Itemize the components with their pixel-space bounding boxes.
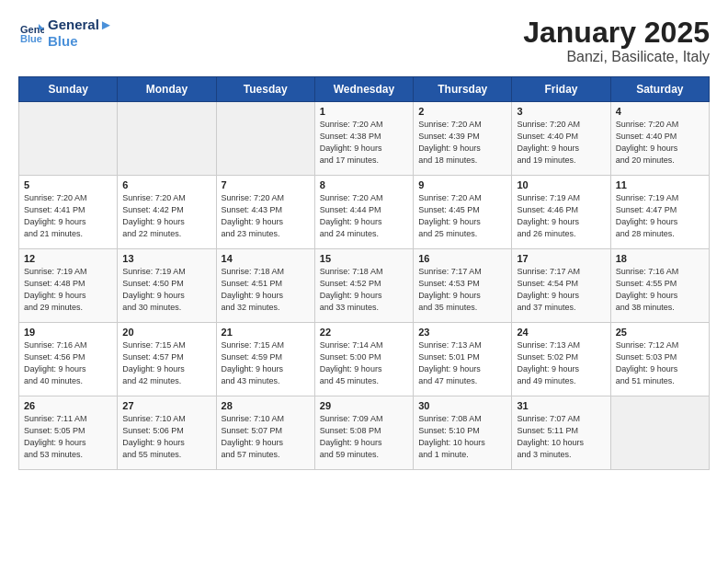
page-title: January 2025 [523, 17, 710, 49]
calendar-week-4: 19Sunrise: 7:16 AM Sunset: 4:56 PM Dayli… [19, 323, 710, 396]
cell-info-text: Sunrise: 7:18 AM Sunset: 4:51 PM Dayligh… [222, 266, 310, 314]
weekday-header-wednesday: Wednesday [314, 77, 413, 102]
cell-date-number: 19 [24, 327, 112, 338]
calendar-week-5: 26Sunrise: 7:11 AM Sunset: 5:05 PM Dayli… [19, 396, 710, 470]
cell-info-text: Sunrise: 7:20 AM Sunset: 4:42 PM Dayligh… [122, 192, 210, 240]
calendar-cell: 6Sunrise: 7:20 AM Sunset: 4:42 PM Daylig… [118, 176, 216, 249]
calendar-cell: 9Sunrise: 7:20 AM Sunset: 4:45 PM Daylig… [414, 176, 512, 249]
calendar-cell: 22Sunrise: 7:14 AM Sunset: 5:00 PM Dayli… [314, 323, 413, 396]
cell-date-number: 21 [222, 327, 310, 338]
calendar-cell: 17Sunrise: 7:17 AM Sunset: 4:54 PM Dayli… [512, 249, 610, 323]
calendar-cell: 16Sunrise: 7:17 AM Sunset: 4:53 PM Dayli… [414, 249, 512, 323]
calendar-cell: 20Sunrise: 7:15 AM Sunset: 4:57 PM Dayli… [118, 323, 216, 396]
calendar-cell: 27Sunrise: 7:10 AM Sunset: 5:06 PM Dayli… [118, 396, 216, 470]
cell-info-text: Sunrise: 7:10 AM Sunset: 5:06 PM Dayligh… [122, 413, 210, 461]
cell-date-number: 25 [616, 327, 704, 338]
page-subtitle: Banzi, Basilicate, Italy [523, 49, 710, 65]
cell-info-text: Sunrise: 7:17 AM Sunset: 4:54 PM Dayligh… [517, 266, 605, 314]
calendar-cell: 25Sunrise: 7:12 AM Sunset: 5:03 PM Dayli… [610, 323, 709, 396]
calendar-cell: 30Sunrise: 7:08 AM Sunset: 5:10 PM Dayli… [414, 396, 512, 470]
cell-date-number: 10 [517, 179, 605, 190]
cell-date-number: 22 [320, 327, 408, 338]
calendar-cell: 31Sunrise: 7:07 AM Sunset: 5:11 PM Dayli… [512, 396, 610, 470]
calendar-cell: 29Sunrise: 7:09 AM Sunset: 5:08 PM Dayli… [314, 396, 413, 470]
cell-info-text: Sunrise: 7:19 AM Sunset: 4:47 PM Dayligh… [616, 192, 704, 240]
cell-info-text: Sunrise: 7:18 AM Sunset: 4:52 PM Dayligh… [320, 266, 408, 314]
cell-date-number: 27 [122, 400, 210, 411]
calendar-cell: 14Sunrise: 7:18 AM Sunset: 4:51 PM Dayli… [216, 249, 314, 323]
cell-info-text: Sunrise: 7:19 AM Sunset: 4:50 PM Dayligh… [122, 266, 210, 314]
cell-date-number: 24 [517, 327, 605, 338]
calendar-cell: 10Sunrise: 7:19 AM Sunset: 4:46 PM Dayli… [512, 176, 610, 249]
cell-date-number: 29 [320, 400, 408, 411]
cell-date-number: 7 [222, 179, 310, 190]
calendar-cell [19, 102, 118, 176]
cell-date-number: 11 [616, 179, 704, 190]
title-block: January 2025 Banzi, Basilicate, Italy [523, 17, 710, 65]
calendar-cell: 1Sunrise: 7:20 AM Sunset: 4:38 PM Daylig… [314, 102, 413, 176]
calendar-cell: 2Sunrise: 7:20 AM Sunset: 4:39 PM Daylig… [414, 102, 512, 176]
cell-info-text: Sunrise: 7:10 AM Sunset: 5:07 PM Dayligh… [222, 413, 310, 461]
cell-date-number: 20 [122, 327, 210, 338]
cell-date-number: 23 [418, 327, 506, 338]
cell-date-number: 4 [616, 106, 704, 117]
weekday-header-thursday: Thursday [414, 77, 512, 102]
cell-info-text: Sunrise: 7:20 AM Sunset: 4:41 PM Dayligh… [24, 192, 112, 240]
cell-info-text: Sunrise: 7:13 AM Sunset: 5:01 PM Dayligh… [418, 339, 506, 387]
cell-info-text: Sunrise: 7:20 AM Sunset: 4:39 PM Dayligh… [418, 119, 506, 167]
cell-info-text: Sunrise: 7:11 AM Sunset: 5:05 PM Dayligh… [24, 413, 112, 461]
cell-info-text: Sunrise: 7:07 AM Sunset: 5:11 PM Dayligh… [517, 413, 605, 461]
cell-info-text: Sunrise: 7:12 AM Sunset: 5:03 PM Dayligh… [616, 339, 704, 387]
cell-date-number: 28 [222, 400, 310, 411]
weekday-header-friday: Friday [512, 77, 610, 102]
calendar-cell: 3Sunrise: 7:20 AM Sunset: 4:40 PM Daylig… [512, 102, 610, 176]
calendar-week-2: 5Sunrise: 7:20 AM Sunset: 4:41 PM Daylig… [19, 176, 710, 249]
calendar-cell: 28Sunrise: 7:10 AM Sunset: 5:07 PM Dayli… [216, 396, 314, 470]
cell-info-text: Sunrise: 7:15 AM Sunset: 4:57 PM Dayligh… [122, 339, 210, 387]
cell-info-text: Sunrise: 7:20 AM Sunset: 4:44 PM Dayligh… [320, 192, 408, 240]
cell-info-text: Sunrise: 7:20 AM Sunset: 4:40 PM Dayligh… [616, 119, 704, 167]
calendar-cell: 18Sunrise: 7:16 AM Sunset: 4:55 PM Dayli… [610, 249, 709, 323]
logo: General Blue General► Blue [18, 17, 113, 50]
calendar-cell: 4Sunrise: 7:20 AM Sunset: 4:40 PM Daylig… [610, 102, 709, 176]
cell-info-text: Sunrise: 7:17 AM Sunset: 4:53 PM Dayligh… [418, 266, 506, 314]
cell-info-text: Sunrise: 7:08 AM Sunset: 5:10 PM Dayligh… [418, 413, 506, 461]
calendar-cell: 11Sunrise: 7:19 AM Sunset: 4:47 PM Dayli… [610, 176, 709, 249]
cell-date-number: 26 [24, 400, 112, 411]
calendar-cell: 13Sunrise: 7:19 AM Sunset: 4:50 PM Dayli… [118, 249, 216, 323]
weekday-header-row: SundayMondayTuesdayWednesdayThursdayFrid… [19, 77, 710, 102]
cell-info-text: Sunrise: 7:20 AM Sunset: 4:40 PM Dayligh… [517, 119, 605, 167]
weekday-header-tuesday: Tuesday [216, 77, 314, 102]
logo-text: General► Blue [48, 17, 113, 50]
cell-date-number: 3 [517, 106, 605, 117]
calendar-cell: 5Sunrise: 7:20 AM Sunset: 4:41 PM Daylig… [19, 176, 118, 249]
calendar-week-1: 1Sunrise: 7:20 AM Sunset: 4:38 PM Daylig… [19, 102, 710, 176]
calendar-cell: 19Sunrise: 7:16 AM Sunset: 4:56 PM Dayli… [19, 323, 118, 396]
calendar-table: SundayMondayTuesdayWednesdayThursdayFrid… [18, 76, 710, 470]
cell-date-number: 1 [320, 106, 408, 117]
calendar-cell: 26Sunrise: 7:11 AM Sunset: 5:05 PM Dayli… [19, 396, 118, 470]
cell-date-number: 14 [222, 253, 310, 264]
cell-info-text: Sunrise: 7:16 AM Sunset: 4:56 PM Dayligh… [24, 339, 112, 387]
cell-date-number: 12 [24, 253, 112, 264]
cell-date-number: 6 [122, 179, 210, 190]
cell-info-text: Sunrise: 7:13 AM Sunset: 5:02 PM Dayligh… [517, 339, 605, 387]
calendar-cell: 12Sunrise: 7:19 AM Sunset: 4:48 PM Dayli… [19, 249, 118, 323]
cell-date-number: 9 [418, 179, 506, 190]
cell-info-text: Sunrise: 7:20 AM Sunset: 4:38 PM Dayligh… [320, 119, 408, 167]
calendar-cell: 7Sunrise: 7:20 AM Sunset: 4:43 PM Daylig… [216, 176, 314, 249]
logo-icon: General Blue [18, 20, 44, 46]
cell-date-number: 18 [616, 253, 704, 264]
cell-date-number: 15 [320, 253, 408, 264]
calendar-cell [216, 102, 314, 176]
calendar-cell [610, 396, 709, 470]
page: General Blue General► Blue January 2025 … [0, 0, 728, 479]
cell-info-text: Sunrise: 7:19 AM Sunset: 4:46 PM Dayligh… [517, 192, 605, 240]
cell-date-number: 13 [122, 253, 210, 264]
weekday-header-saturday: Saturday [610, 77, 709, 102]
cell-info-text: Sunrise: 7:14 AM Sunset: 5:00 PM Dayligh… [320, 339, 408, 387]
header: General Blue General► Blue January 2025 … [18, 17, 710, 65]
weekday-header-monday: Monday [118, 77, 216, 102]
weekday-header-sunday: Sunday [19, 77, 118, 102]
calendar-cell: 23Sunrise: 7:13 AM Sunset: 5:01 PM Dayli… [414, 323, 512, 396]
